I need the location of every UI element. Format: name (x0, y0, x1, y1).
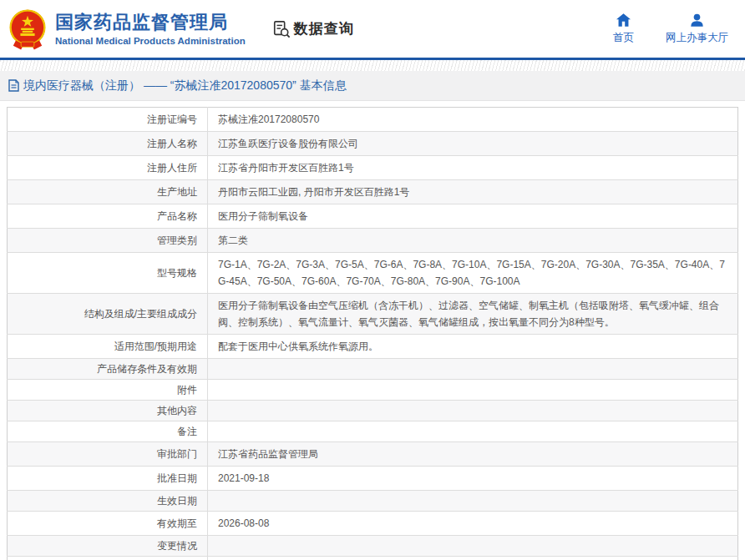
national-emblem-logo (7, 8, 48, 53)
table-row: 注册人名称 江苏鱼跃医疗设备股份有限公司 (8, 132, 738, 156)
org-name-en: National Medical Products Administration (55, 36, 246, 46)
field-value: 医用分子筛制氧设备 (218, 210, 308, 222)
field-label: 注册证编号 (147, 114, 197, 125)
field-value: 医用分子筛制氧设备由空气压缩机（含冻干机）、过滤器、空气储罐、制氧主机（包括吸附… (218, 300, 719, 328)
table-row: 注册证编号 苏械注准20172080570 (8, 108, 738, 132)
table-row: 生效日期 (8, 491, 738, 512)
table-row: 生产地址 丹阳市云阳工业园, 丹阳市开发区百胜路1号 (8, 180, 738, 204)
field-label: 批准日期 (157, 472, 197, 484)
field-value: 苏械注准20172080570 (218, 114, 319, 125)
table-row: 备注 (8, 421, 738, 442)
table-row: 管理类别 第二类 (8, 229, 738, 253)
field-label: 附件 (177, 384, 197, 396)
table-row: 产品储存条件及有效期 (8, 359, 738, 380)
nav-item-online-hall[interactable]: 网上办事大厅 (666, 13, 728, 45)
field-label: 注册人名称 (147, 138, 197, 149)
field-label: 变更情况 (157, 540, 197, 552)
field-label: 注册人住所 (147, 162, 197, 174)
field-value: 2021-09-18 (218, 472, 269, 484)
org-title-block: 国家药品监督管理局 National Medical Products Admi… (55, 12, 246, 46)
table-row: 适用范围/预期用途 配套于医用中心供氧系统作氧源用。 (8, 335, 738, 359)
document-icon (8, 79, 19, 92)
field-value: 丹阳市云阳工业园, 丹阳市开发区百胜路1号 (218, 186, 409, 198)
breadcrumb-text: 境内医疗器械（注册） —— “苏械注准20172080570” 基本信息 (23, 78, 347, 93)
nav-item-home-label: 首页 (613, 31, 634, 45)
page: 国家药品监督管理局 National Medical Products Admi… (0, 0, 745, 560)
org-name-zh: 国家药品监督管理局 (55, 12, 246, 33)
table-row: 注 详情 (8, 557, 738, 560)
field-value: 第二类 (218, 235, 248, 246)
nav-item-home[interactable]: 首页 (613, 13, 634, 45)
home-icon (616, 13, 631, 27)
table-row: 变更情况 (8, 536, 738, 557)
table-row: 附件 (8, 380, 738, 401)
stripe-divider (0, 60, 745, 71)
field-label: 产品储存条件及有效期 (97, 363, 197, 375)
data-query-icon (272, 20, 291, 38)
table-row: 型号规格 7G-1A、7G-2A、7G-3A、7G-5A、7G-6A、7G-8A… (8, 253, 738, 294)
field-value: 江苏鱼跃医疗设备股份有限公司 (218, 138, 358, 149)
field-label: 生效日期 (157, 495, 197, 507)
field-value: 江苏省药品监督管理局 (218, 448, 318, 460)
field-label: 其他内容 (157, 405, 197, 416)
table-row: 注册人住所 江苏省丹阳市开发区百胜路1号 (8, 156, 738, 180)
field-label: 有效期至 (157, 517, 197, 529)
field-label: 产品名称 (157, 210, 197, 222)
field-value: 配套于医用中心供氧系统作氧源用。 (218, 341, 378, 352)
table-row: 其他内容 (8, 401, 738, 421)
field-value: 2026-08-08 (218, 517, 269, 529)
field-value: 7G-1A、7G-2A、7G-3A、7G-5A、7G-6A、7G-8A、7G-1… (218, 259, 725, 287)
field-label: 适用范围/预期用途 (114, 341, 197, 352)
top-nav: 首页 网上办事大厅 (613, 13, 728, 45)
field-label: 管理类别 (157, 235, 197, 246)
data-query-section[interactable]: 数据查询 (272, 19, 354, 38)
table-row: 审批部门 江苏省药品监督管理局 (8, 442, 738, 467)
field-value: 江苏省丹阳市开发区百胜路1号 (218, 162, 354, 174)
breadcrumb-bar: 境内医疗器械（注册） —— “苏械注准20172080570” 基本信息 (0, 71, 745, 101)
field-label: 备注 (177, 426, 197, 437)
registration-info-table: 注册证编号 苏械注准20172080570 注册人名称 江苏鱼跃医疗设备股份有限… (7, 107, 738, 560)
data-query-label: 数据查询 (294, 19, 354, 38)
table-row: 结构及组成/主要组成成分 医用分子筛制氧设备由空气压缩机（含冻干机）、过滤器、空… (8, 294, 738, 335)
table-row: 产品名称 医用分子筛制氧设备 (8, 204, 738, 229)
field-label: 审批部门 (157, 448, 197, 460)
field-label: 型号规格 (157, 267, 197, 279)
table-row: 批准日期 2021-09-18 (8, 467, 738, 491)
person-icon (690, 13, 704, 27)
table-row: 有效期至 2026-08-08 (8, 512, 738, 536)
nav-item-online-hall-label: 网上办事大厅 (666, 31, 728, 45)
field-label: 结构及组成/主要组成成分 (84, 308, 197, 320)
field-label: 生产地址 (157, 186, 197, 198)
header: 国家药品监督管理局 National Medical Products Admi… (0, 0, 745, 60)
registration-info-table-wrap: 注册证编号 苏械注准20172080570 注册人名称 江苏鱼跃医疗设备股份有限… (0, 101, 745, 560)
